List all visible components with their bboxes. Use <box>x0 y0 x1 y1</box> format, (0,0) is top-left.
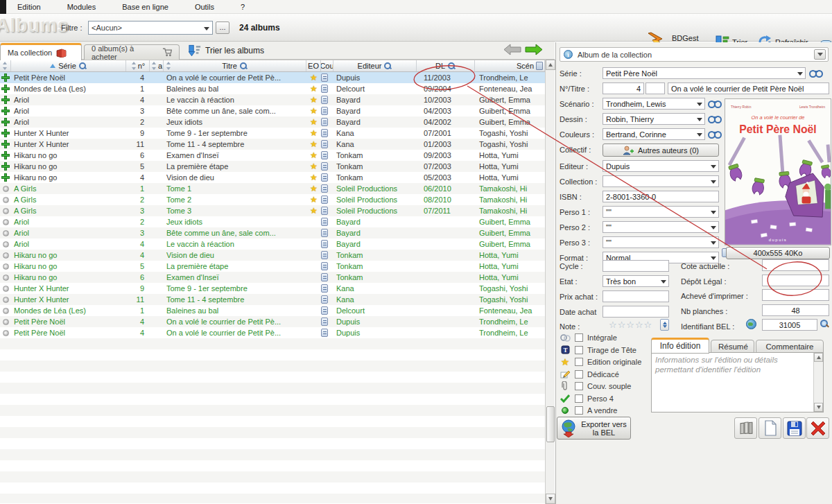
acheve-imprimer-input[interactable] <box>762 289 829 301</box>
table-row[interactable]: Ariol 4 Le vaccin à réaction ★ Bayard 10… <box>0 94 545 105</box>
column-header-serie[interactable]: Série <box>11 60 126 71</box>
table-row[interactable]: Ariol 2 Jeux idiots Bayard Guibert, Emma <box>0 216 545 227</box>
couleurs-lookup-icon[interactable] <box>708 130 723 138</box>
search-icon[interactable] <box>384 62 392 70</box>
prix-achat-input[interactable] <box>603 290 669 302</box>
note-stars[interactable]: ☆☆☆☆☆ <box>609 320 652 330</box>
perso3-select[interactable]: "" <box>603 236 719 248</box>
export-bel-button[interactable]: Exporter vers la BEL <box>557 417 631 440</box>
search-icon[interactable] <box>448 62 456 70</box>
scroll-up-button[interactable] <box>546 60 555 70</box>
scrollbar-thumb[interactable] <box>546 406 555 442</box>
note-spinner[interactable] <box>660 319 669 331</box>
trier-les-albums-button[interactable]: Trier les albums <box>189 44 264 57</box>
browse-albums-button[interactable] <box>734 417 757 439</box>
table-row[interactable]: Hikaru no go 6 Examen d'Inseï Tonkam Hot… <box>0 272 545 283</box>
tab-commentaire[interactable]: Commentaire <box>756 340 824 354</box>
checkbox[interactable] <box>575 346 583 354</box>
table-row[interactable]: Ariol 3 Bête comme un âne, sale com... ★… <box>0 105 545 116</box>
table-row[interactable]: Mondes de Léa (Les) 1 Baleines au bal ★ … <box>0 83 545 94</box>
depot-legal-input[interactable] <box>762 275 829 286</box>
dessin-select[interactable]: Robin, Thierry <box>603 113 705 125</box>
table-row[interactable]: A Girls 3 Tome 3 ★ Soleil Productions 07… <box>0 205 545 216</box>
editeur-select[interactable]: Dupuis <box>603 160 719 172</box>
album-number-input[interactable] <box>603 82 644 94</box>
table-row[interactable]: Ariol 3 Bête comme un âne, sale com... B… <box>0 227 545 238</box>
autres-auteurs-button[interactable]: Autres auteurs (0) <box>603 144 719 157</box>
edition-scrollbar[interactable] <box>813 353 823 412</box>
serie-select[interactable]: Petit Père Noël <box>603 67 806 79</box>
perso2-select[interactable]: "" <box>603 221 719 233</box>
tab-albums-a-acheter[interactable]: 0 album(s) à acheter <box>84 44 180 60</box>
table-row[interactable]: Hikaru no go 4 Vision de dieu Tonkam Hot… <box>0 250 545 261</box>
table-scrollbar[interactable] <box>545 60 555 504</box>
cover-size-button[interactable]: 400x555 40Ko <box>726 247 830 259</box>
column-header-a[interactable]: a <box>150 60 164 71</box>
tab-info-dition[interactable]: Info édition <box>651 338 709 354</box>
column-header-editeur[interactable]: Editeur <box>333 60 417 71</box>
filter-more-button[interactable]: ... <box>216 21 229 34</box>
date-achat-input[interactable] <box>603 306 669 318</box>
cycle-input[interactable] <box>603 260 669 272</box>
checkbox[interactable] <box>575 394 583 403</box>
column-header-num[interactable]: n° <box>126 60 150 71</box>
cote-actuelle-input[interactable] <box>762 259 829 271</box>
menu-item--[interactable]: ? <box>234 1 254 13</box>
table-row[interactable]: Hikaru no go 6 Examen d'Inseï ★ Tonkam 0… <box>0 150 545 161</box>
checkbox[interactable] <box>575 370 583 379</box>
edition-info-box[interactable]: Informations sur l'édition ou détails pe… <box>651 352 824 412</box>
scenario-select[interactable]: Trondheim, Lewis <box>603 98 705 110</box>
column-header-eo[interactable]: EO <box>306 60 321 71</box>
table-row[interactable]: Hunter X Hunter 11 Tome 11 - 4 septembre… <box>0 139 545 150</box>
serie-lookup-icon[interactable] <box>809 69 824 77</box>
isbn-input[interactable] <box>603 191 719 202</box>
column-header-icon[interactable] <box>0 60 11 71</box>
tab-r-sum-[interactable]: Résumé <box>711 340 754 354</box>
table-row[interactable]: Hikaru no go 5 La première étape ★ Tonka… <box>0 161 545 172</box>
column-header-cou[interactable]: Cou <box>321 60 333 71</box>
delete-button[interactable] <box>806 417 829 439</box>
tab-ma-collection[interactable]: Ma collection <box>0 43 82 60</box>
checkbox[interactable] <box>575 382 583 390</box>
menu-item-outils[interactable]: Outils <box>188 1 224 13</box>
etat-select[interactable]: Très bon <box>603 275 669 287</box>
save-button[interactable] <box>783 417 806 439</box>
dessin-lookup-icon[interactable] <box>708 114 723 123</box>
table-row[interactable]: Ariol 2 Jeux idiots ★ Bayard 04/2002 Gui… <box>0 116 545 128</box>
table-row[interactable]: Petit Père Noël 4 On a volé le courrier … <box>0 327 545 338</box>
album-title-input[interactable] <box>668 82 829 94</box>
couleurs-select[interactable]: Bertrand, Corinne <box>603 128 705 140</box>
collection-select[interactable] <box>603 175 719 187</box>
scenario-lookup-icon[interactable] <box>708 99 723 107</box>
checkbox[interactable] <box>575 333 583 342</box>
table-row[interactable]: Hikaru no go 5 La première étape Tonkam … <box>0 261 545 272</box>
column-header-titre[interactable]: Titre <box>164 60 306 71</box>
panel-collapse-button[interactable] <box>814 49 826 60</box>
menu-item-edition[interactable]: Edition <box>10 1 51 13</box>
previous-arrow-icon[interactable] <box>503 44 521 55</box>
identifiant-bel-input[interactable] <box>762 319 817 331</box>
table-row[interactable]: Hunter X Hunter 9 Tome 9 - 1er septembre… <box>0 128 545 139</box>
column-header-dl[interactable]: DL <box>417 60 475 71</box>
checkbox[interactable] <box>575 358 583 366</box>
table-row[interactable]: Petit Père Noël 4 On a volé le courrier … <box>0 316 545 327</box>
menu-item-base-en-ligne[interactable]: Base en ligne <box>115 1 178 13</box>
perso1-select[interactable]: "" <box>603 206 719 218</box>
table-row[interactable]: A Girls 1 Tome 1 ★ Soleil Productions 06… <box>0 183 545 194</box>
scroll-down-button[interactable] <box>546 494 555 504</box>
new-album-button[interactable] <box>759 417 781 439</box>
table-row[interactable]: Ariol 4 Le vaccin à réaction Bayard Guib… <box>0 238 545 250</box>
column-header-scen[interactable]: Scén <box>475 60 545 71</box>
table-row[interactable]: A Girls 2 Tome 2 ★ Soleil Productions 08… <box>0 194 545 205</box>
menu-item-modules[interactable]: Modules <box>60 1 106 13</box>
nb-planches-input[interactable] <box>762 304 829 316</box>
table-row[interactable]: Hunter X Hunter 9 Tome 9 - 1er septembre… <box>0 283 545 294</box>
table-row[interactable]: Mondes de Léa (Les) 1 Baleines au bal De… <box>0 305 545 316</box>
next-arrow-icon[interactable] <box>525 44 543 55</box>
scroll-up-button[interactable] <box>814 353 823 362</box>
search-icon[interactable] <box>79 62 87 70</box>
scroll-down-button[interactable] <box>814 403 823 412</box>
album-cover-image[interactable]: Thierry Robin Lewis Trondheim On a volé … <box>725 98 831 245</box>
table-row[interactable]: Hikaru no go 4 Vision de dieu ★ Tonkam 0… <box>0 172 545 183</box>
table-row[interactable]: Hunter X Hunter 11 Tome 11 - 4 septembre… <box>0 294 545 305</box>
